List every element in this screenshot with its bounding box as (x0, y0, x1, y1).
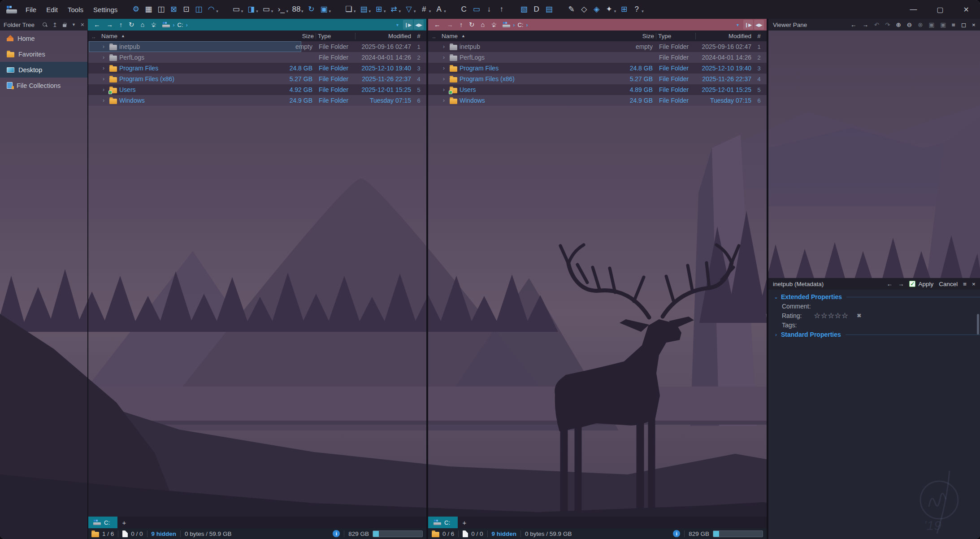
rotate-right-icon[interactable]: ↷ (885, 21, 890, 28)
dropdown-caret-icon[interactable]: ▾ (399, 9, 401, 14)
rotate-left-icon[interactable]: ↶ (874, 21, 879, 28)
breadcrumb[interactable]: ›C:› (162, 22, 188, 28)
metadata-scrollbar[interactable] (977, 314, 979, 335)
dropdown-caret-icon[interactable]: ▾ (354, 9, 356, 14)
dropdown-caret-icon[interactable]: ▾ (216, 9, 218, 14)
dropdown-caret-icon[interactable]: ▾ (429, 9, 431, 14)
dropdown-caret-icon[interactable]: ▾ (384, 9, 386, 14)
table-row[interactable]: ›Windows24.9 GBFile FolderTuesday 07:156 (88, 95, 426, 106)
close-icon[interactable]: × (972, 22, 976, 28)
field-comment[interactable]: Comment: (771, 302, 980, 311)
forward-icon[interactable]: → (447, 19, 454, 30)
table-row[interactable]: ›Program Files (x86)5.27 GBFile Folder20… (88, 74, 426, 84)
column-header-number[interactable]: # (413, 33, 425, 39)
field-tags[interactable]: Tags: (771, 321, 980, 330)
refresh-icon[interactable]: ↻ (129, 19, 134, 30)
menu-settings[interactable]: Settings (89, 4, 121, 15)
dropdown-caret-icon[interactable]: ▾ (614, 9, 616, 14)
swap-panes-icon[interactable]: ⇄▾ (390, 5, 401, 14)
folder-tab-active[interactable]: C: (428, 517, 458, 528)
app-logo-icon[interactable] (6, 6, 17, 13)
toggle-dual-pane-icon[interactable]: ◀▶ (414, 20, 424, 30)
column-header-number[interactable]: # (753, 33, 765, 39)
expand-chevron-icon[interactable]: › (440, 97, 448, 104)
goto-folder-icon[interactable]: ▭ (472, 5, 481, 14)
tag-icon[interactable]: ◇ (580, 5, 589, 14)
maximize-button[interactable]: ▢ (937, 5, 943, 14)
disable-view-icon[interactable]: ⊠ (169, 5, 178, 14)
table-row[interactable]: ›Windows24.9 GBFile FolderTuesday 07:156 (428, 95, 767, 106)
favorites-star-icon[interactable]: ☆▾ (151, 19, 156, 30)
breadcrumb-drive-label[interactable]: C: (518, 22, 524, 28)
back-icon[interactable]: ← (850, 22, 857, 28)
sidebar-item-desktop[interactable]: Desktop (0, 62, 88, 78)
dropdown-caret-icon[interactable]: ▾ (256, 9, 258, 14)
numbering-icon[interactable]: #▾ (420, 5, 431, 14)
add-panel-icon[interactable]: ⊞ (620, 5, 629, 14)
copy-icon[interactable]: ❏▾ (344, 5, 356, 14)
menu-icon[interactable]: ≡ (952, 22, 955, 28)
keyboard-icon[interactable]: ▤ (545, 5, 554, 14)
menu-tools[interactable]: Tools (64, 4, 87, 15)
viewer-mode-icon[interactable]: 88▾ (292, 5, 304, 14)
expand-chevron-icon[interactable]: › (100, 54, 108, 61)
dropdown-caret-icon[interactable]: ▾ (369, 9, 371, 14)
expand-chevron-icon[interactable]: › (100, 65, 108, 71)
empty-folder-icon[interactable]: ▭▾ (262, 5, 273, 14)
search-icon[interactable] (42, 22, 48, 27)
filter-icon[interactable]: ▽▾ (404, 5, 416, 14)
console-icon[interactable]: ›_▾ (277, 5, 288, 14)
menu-file[interactable]: File (22, 4, 40, 15)
help-icon[interactable]: ?▾ (632, 5, 644, 14)
expand-chevron-icon[interactable]: › (100, 43, 108, 50)
layout-grid-icon[interactable]: ▦ (144, 5, 153, 14)
go-up-item[interactable]: .. (428, 33, 440, 39)
table-row[interactable]: ›PerfLogsFile Folder2024-04-01 14:262 (88, 52, 426, 63)
visibility-icon[interactable]: ◠▾ (207, 5, 218, 14)
metadata-back-icon[interactable]: ← (886, 281, 893, 287)
expand-chevron-icon[interactable]: › (440, 43, 448, 50)
new-tab-button[interactable]: + (117, 517, 131, 528)
info-icon[interactable]: i (333, 530, 340, 537)
export-icon[interactable]: ↑ (497, 5, 506, 14)
open-panel-up-icon[interactable]: ◫ (156, 5, 165, 14)
zoom-in-icon[interactable]: ⊕ (896, 21, 901, 28)
column-header-name[interactable]: Name▲ (440, 33, 611, 39)
expand-chevron-icon[interactable]: › (440, 65, 448, 71)
split-view-icon[interactable]: ◫ (194, 5, 203, 14)
dropdown-icon[interactable]: ▼ (72, 22, 76, 27)
paint-icon[interactable]: ✦▾ (605, 5, 616, 14)
close-icon[interactable]: × (81, 21, 84, 28)
unlock-icon[interactable]: ◻ (961, 21, 966, 28)
table-row[interactable]: ›Program Files24.8 GBFile Folder2025-12-… (428, 63, 767, 74)
toggle-single-pane-icon[interactable]: ❙▶ (403, 20, 413, 30)
section-standard-properties[interactable]: › Standard Properties (771, 330, 980, 339)
table-row[interactable]: ›Program Files24.8 GBFile Folder2025-12-… (88, 63, 426, 74)
back-icon[interactable]: ← (94, 19, 100, 30)
close-button[interactable]: ✕ (963, 5, 969, 14)
clipboard-folder-icon[interactable]: ▧ (520, 5, 529, 14)
go-up-item[interactable]: .. (88, 33, 100, 39)
edit-icon[interactable]: ✎ (567, 5, 576, 14)
table-row[interactable]: ›inetpubemptyFile Folder2025-09-16 02:47… (88, 41, 426, 52)
dropdown-caret-icon[interactable]: ▾ (329, 9, 331, 14)
path-dropdown-icon[interactable]: ▾ (737, 22, 739, 27)
tools-refresh-icon[interactable]: ↻ (307, 5, 316, 14)
lock-icon[interactable] (63, 24, 66, 27)
info-icon[interactable]: i (673, 530, 680, 537)
forward-icon[interactable]: → (862, 22, 868, 28)
metadata-close-icon[interactable]: × (972, 281, 976, 287)
favorites-star-icon[interactable]: ☆▾ (491, 19, 497, 30)
home-icon[interactable]: ⌂ (140, 19, 144, 30)
rating-stars[interactable]: ★★★★★ (814, 312, 849, 320)
expand-chevron-icon[interactable]: › (100, 76, 108, 82)
drive-d-icon[interactable]: D (532, 5, 541, 14)
divider-panes[interactable] (426, 19, 428, 539)
column-header-type[interactable]: Type (656, 33, 696, 39)
status-hidden-count[interactable]: 9 hidden (492, 530, 517, 537)
dropdown-caret-icon[interactable]: ▾ (271, 9, 273, 14)
clear-rating-icon[interactable]: ✖ (857, 313, 861, 319)
dropdown-caret-icon[interactable]: ▾ (286, 9, 288, 14)
back-icon[interactable]: ← (434, 19, 441, 30)
import-icon[interactable]: ↓ (485, 5, 494, 14)
